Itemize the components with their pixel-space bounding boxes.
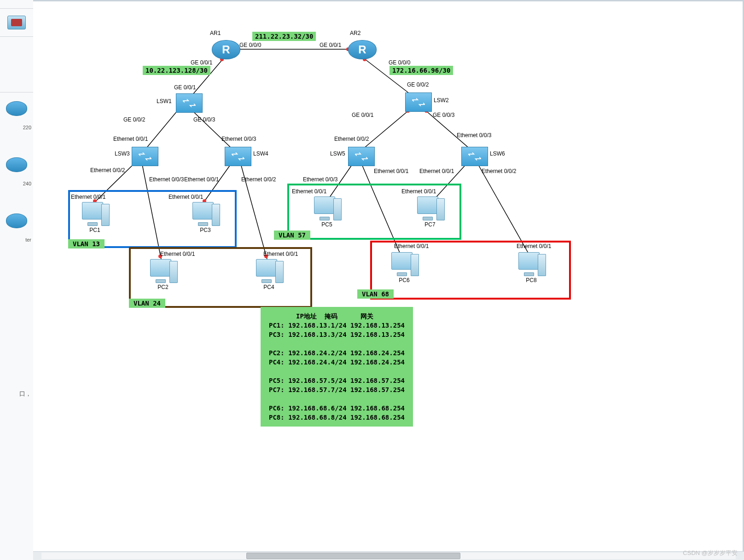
port-pc1-e001: Ethernet 0/0/1 [71, 194, 105, 200]
port-lsw1-ge003: GE 0/0/3 [193, 116, 215, 123]
pc-icon [517, 252, 546, 276]
svg-line-9 [203, 162, 232, 204]
port-lsw3-e002: Ethernet 0/0/2 [90, 167, 125, 173]
switch-lsw6[interactable] [461, 147, 488, 166]
svg-line-3 [144, 108, 180, 151]
pc-icon [80, 202, 110, 226]
router-icon: R [212, 40, 240, 59]
port-lsw2-ge002: GE 0/0/2 [407, 81, 429, 88]
pc1[interactable]: PC1 [80, 202, 110, 233]
port-lsw1-ge001: GE 0/0/1 [174, 84, 196, 91]
topology-links-svg [33, 1, 743, 552]
port-lsw6-e001: Ethernet 0/0/1 [419, 168, 454, 174]
lsw5-label: LSW5 [330, 150, 345, 157]
lsw3-label: LSW3 [115, 150, 130, 157]
pc-icon [191, 202, 220, 226]
pc4[interactable]: PC4 [254, 259, 284, 290]
left-subnet-label: 10.22.123.128/30 [143, 66, 210, 75]
vlan-68-label: VLAN 68 [357, 289, 394, 299]
device-palette-sidebar[interactable]: 220 240 ter 口， [0, 0, 34, 560]
port-lsw5-e002t: Ethernet 0/0/2 [334, 136, 369, 142]
vlan-24-label: VLAN 24 [129, 299, 165, 308]
port-lsw5-e001: Ethernet 0/0/1 [374, 168, 408, 174]
palette-router-icon[interactable] [0, 92, 33, 125]
pc7[interactable]: PC7 [415, 196, 445, 228]
switch-lsw3[interactable] [132, 147, 158, 166]
pc5[interactable]: PC5 [312, 196, 342, 228]
pc2-label: PC2 [148, 284, 178, 290]
pc8[interactable]: PC8 [517, 252, 546, 283]
router-ar1[interactable]: R [212, 40, 240, 59]
lsw1-label: LSW1 [157, 98, 172, 104]
port-pc3-e001: Ethernet 0/0/1 [169, 194, 203, 200]
router-icon: R [348, 40, 377, 59]
switch-icon [132, 147, 158, 166]
switch-lsw5[interactable] [348, 147, 375, 166]
switch-icon [225, 147, 251, 166]
port-pc5-e001: Ethernet 0/0/1 [292, 188, 326, 195]
right-subnet-label: 172.16.66.96/30 [389, 66, 453, 75]
port-pc7-e001: Ethernet 0/0/1 [401, 188, 436, 195]
switch-icon [461, 147, 488, 166]
lsw4-label: LSW4 [253, 150, 268, 157]
switch-icon [176, 93, 203, 113]
port-pc2-e001: Ethernet 0/0/1 [160, 251, 195, 257]
port-pc4-e001: Ethernet 0/0/1 [263, 251, 298, 257]
port-ar1-ge001: GE 0/0/1 [191, 59, 212, 66]
port-lsw4-e002: Ethernet 0/0/2 [241, 176, 276, 183]
port-lsw6-e003t: Ethernet 0/0/3 [457, 132, 491, 139]
svg-line-4 [190, 108, 235, 151]
pc2[interactable]: PC2 [148, 259, 178, 290]
pc-icon [254, 259, 284, 283]
port-lsw2-ge001: GE 0/0/1 [352, 112, 373, 118]
port-ar1-ge000: GE 0/0/0 [239, 42, 261, 48]
router-ar1-label: AR1 [210, 30, 221, 36]
port-lsw6-e002: Ethernet 0/0/2 [482, 168, 516, 174]
port-pc8-e001: Ethernet 0/0/1 [517, 243, 551, 249]
pc8-label: PC8 [517, 277, 546, 283]
port-lsw5-e003: Ethernet 0/0/3 [303, 176, 337, 183]
switch-icon [405, 92, 432, 112]
lsw2-label: LSW2 [434, 97, 449, 104]
switch-lsw4[interactable] [225, 147, 251, 166]
horizontal-scrollbar[interactable] [33, 551, 744, 560]
pc6[interactable]: PC6 [389, 252, 419, 283]
port-ar2-ge000: GE 0/0/0 [389, 59, 410, 66]
palette-label-kou: 口， [0, 390, 33, 398]
pc3[interactable]: PC3 [191, 202, 220, 233]
pc-icon [389, 252, 419, 276]
pc4-label: PC4 [254, 284, 284, 290]
pc-icon [148, 259, 178, 283]
port-lsw3-e001t: Ethernet 0/0/1 [113, 136, 148, 142]
topology-canvas[interactable]: VLAN 13 VLAN 24 VLAN 57 VLAN 68 211.22.2… [33, 1, 743, 552]
port-lsw2-ge003: GE 0/0/3 [433, 112, 454, 118]
pc-icon [415, 196, 445, 220]
router-ar2-label: AR2 [350, 30, 360, 36]
lsw6-label: LSW6 [490, 150, 505, 157]
switch-lsw2[interactable] [405, 92, 432, 112]
scrollbar-thumb[interactable] [246, 553, 460, 559]
palette-router-icon-2[interactable] [0, 149, 33, 181]
ip-table: IP地址 掩码 网关 PC1: 192.168.13.1/24 192.168.… [261, 307, 413, 427]
router-ar2[interactable]: R [348, 40, 377, 59]
palette-label-220: 220 [0, 125, 33, 130]
palette-router-icon-3[interactable] [0, 205, 33, 237]
pc6-label: PC6 [389, 277, 419, 283]
switch-icon [348, 147, 375, 166]
palette-label-240: 240 [0, 181, 33, 186]
vlan-57-label: VLAN 57 [274, 231, 310, 240]
port-pc6-e001: Ethernet 0/0/1 [394, 243, 429, 249]
port-lsw1-ge002: GE 0/0/2 [123, 116, 145, 123]
pc1-label: PC1 [80, 227, 110, 233]
port-lsw4-e003t: Ethernet 0/0/3 [221, 136, 256, 142]
pc-icon [312, 196, 342, 220]
vlan-13-label: VLAN 13 [68, 239, 105, 248]
pc3-label: PC3 [191, 227, 220, 233]
wan-subnet-label: 211.22.23.32/30 [252, 32, 316, 41]
switch-lsw1[interactable] [176, 93, 203, 113]
palette-device-icon[interactable] [0, 9, 33, 37]
port-lsw3-e003: Ethernet 0/0/3 [149, 176, 184, 183]
pc7-label: PC7 [415, 221, 445, 228]
port-ar2-ge001: GE 0/0/1 [320, 42, 341, 48]
pc5-label: PC5 [312, 221, 342, 228]
